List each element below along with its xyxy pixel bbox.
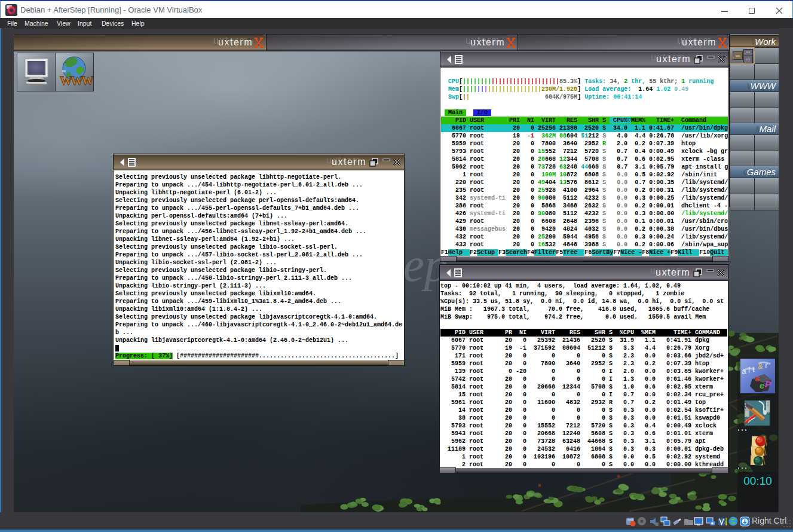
svg-text:WWW: WWW xyxy=(60,74,93,88)
svg-text:P: P xyxy=(765,379,771,389)
svg-text:e: e xyxy=(760,380,764,390)
